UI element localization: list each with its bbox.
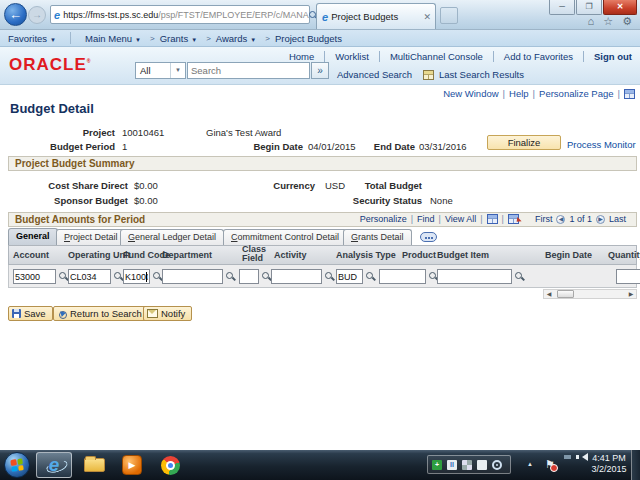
header-link-home[interactable]: Home — [279, 51, 325, 62]
browser-forward-button[interactable]: → — [28, 6, 46, 24]
tray-square-icon[interactable] — [477, 460, 487, 470]
scrollbar-thumb[interactable] — [557, 290, 574, 298]
process-monitor-link[interactable]: Process Monitor — [567, 139, 636, 150]
tab-project-detail[interactable]: Project Detail — [56, 229, 126, 245]
header-link-add-to-favorites[interactable]: Add to Favorites — [494, 51, 584, 62]
operating-unit-lookup-icon[interactable] — [114, 272, 121, 279]
fund-code-lookup-icon[interactable] — [153, 272, 160, 279]
grid-next-icon[interactable]: ▶ — [596, 215, 605, 224]
copy-url-icon[interactable] — [624, 89, 635, 99]
tray-pause-icon[interactable]: II — [447, 460, 457, 470]
help-link[interactable]: Help — [509, 88, 529, 99]
window-close-button[interactable]: ✕ — [603, 0, 637, 15]
tab-grants-detail[interactable]: Grants Detail — [343, 229, 412, 245]
grid-personalize-link[interactable]: Personalize — [360, 214, 407, 224]
grid-download-icon[interactable] — [508, 214, 519, 224]
search-scope-select[interactable]: All ▼ — [135, 62, 186, 79]
grid-find-link[interactable]: Find — [417, 214, 435, 224]
url-host[interactable]: https://fms-tst.ps.sc.edu — [63, 10, 158, 20]
main-menu[interactable]: Main Menu▼ — [85, 33, 141, 44]
new-window-link[interactable]: New Window — [443, 88, 498, 99]
personalize-page-link[interactable]: Personalize Page — [539, 88, 613, 99]
grid-prev-icon[interactable]: ◀ — [556, 215, 565, 224]
department-lookup-icon[interactable] — [226, 272, 233, 279]
tray-checker-icon[interactable] — [462, 460, 472, 470]
address-search-icon[interactable] — [309, 11, 316, 18]
header-link-worklist[interactable]: Worklist — [325, 51, 380, 62]
activity-lookup-icon[interactable] — [325, 272, 332, 279]
account-input[interactable] — [13, 269, 56, 284]
breadcrumb-grants[interactable]: Grants▼ — [160, 33, 197, 44]
cost-share-value: $0.00 — [134, 180, 158, 191]
analysis-type-lookup-icon[interactable] — [366, 272, 373, 279]
activity-input[interactable] — [271, 269, 322, 284]
show-desktop-button[interactable] — [631, 450, 640, 480]
save-button[interactable]: Save — [8, 306, 53, 321]
browser-favorites-star-icon[interactable]: ☆ — [603, 15, 613, 28]
finalize-button[interactable]: Finalize — [487, 135, 561, 150]
operating-unit-input[interactable] — [68, 269, 111, 284]
col-operating-unit: Operating Unit — [68, 250, 131, 260]
tab-close-icon[interactable]: ✕ — [423, 12, 431, 22]
product-lookup-icon[interactable] — [429, 272, 436, 279]
budget-item-lookup-icon[interactable] — [515, 272, 522, 279]
taskbar-explorer-button[interactable] — [76, 452, 112, 478]
taskbar-chrome-button[interactable] — [152, 452, 188, 478]
search-go-button[interactable]: » — [311, 62, 329, 79]
class-field-input[interactable] — [239, 269, 259, 284]
department-input[interactable] — [162, 269, 223, 284]
show-hidden-icons-chevron[interactable]: ▲ — [527, 461, 533, 467]
tray-disc-icon[interactable] — [492, 460, 502, 470]
taskbar-ie-button[interactable]: e — [36, 452, 72, 478]
browser-back-button[interactable]: ← — [4, 3, 27, 26]
header-link-multichannel[interactable]: MultiChannel Console — [380, 51, 494, 62]
taskbar-clock[interactable]: 4:41 PM 3/2/2015 — [588, 453, 630, 475]
advanced-search-link[interactable]: Advanced Search — [337, 69, 412, 80]
window-minimize-button[interactable]: ─ — [549, 0, 575, 15]
return-to-search-icon — [57, 309, 67, 319]
breadcrumb-current[interactable]: Project Budgets — [275, 33, 342, 44]
search-input[interactable] — [187, 62, 310, 79]
action-center-flag-icon[interactable]: ⚑ — [545, 458, 555, 471]
product-input[interactable] — [379, 269, 426, 284]
browser-tools-gear-icon[interactable]: ⚙ — [622, 15, 632, 28]
sponsor-budget-value: $0.00 — [134, 195, 158, 206]
budget-item-input[interactable] — [437, 269, 512, 284]
last-search-results-link[interactable]: Last Search Results — [439, 69, 524, 80]
tray-add-icon[interactable]: + — [432, 460, 442, 470]
tab-commitment-control-detail[interactable]: Commitment Control Detail — [223, 229, 347, 245]
scroll-left-icon[interactable]: ◀ — [544, 290, 554, 298]
notify-button[interactable]: Notify — [143, 306, 192, 321]
browser-tab[interactable]: e Project Budgets ✕ — [316, 3, 436, 29]
address-bar[interactable]: e https://fms-tst.ps.sc.edu/psp/FTST/EMP… — [50, 5, 310, 24]
grid-view-all-link[interactable]: View All — [445, 214, 476, 224]
browser-chrome: ← → e https://fms-tst.ps.sc.edu/psp/FTST… — [0, 0, 640, 30]
analysis-type-input[interactable] — [336, 269, 363, 284]
quantity-input[interactable] — [616, 269, 640, 284]
favorites-menu[interactable]: Favorites▼ — [8, 33, 56, 44]
col-budget-item: Budget Item — [437, 250, 489, 260]
scroll-right-icon[interactable]: ▶ — [626, 290, 636, 298]
grid-zoom-icon[interactable] — [487, 214, 498, 224]
notify-icon — [147, 309, 158, 318]
start-button[interactable] — [4, 452, 30, 478]
url-path[interactable]: /psp/FTST/EMPLOYEE/ERP/c/MANA — [158, 10, 309, 20]
account-lookup-icon[interactable] — [59, 272, 66, 279]
tab-general-ledger-detail[interactable]: General Ledger Detail — [120, 229, 224, 245]
return-to-search-button[interactable]: Return to Search — [53, 306, 149, 321]
media-player-icon: ▶ — [122, 455, 142, 475]
last-search-results-icon[interactable] — [423, 70, 434, 80]
grid-horizontal-scrollbar[interactable]: ◀ ▶ — [543, 289, 637, 299]
breadcrumb-separator: > — [150, 34, 155, 43]
taskbar-media-player-button[interactable]: ▶ — [114, 452, 150, 478]
browser-home-icon[interactable]: ⌂ — [588, 15, 595, 28]
window-maximize-button[interactable]: ❐ — [576, 0, 602, 15]
header-link-sign-out[interactable]: Sign out — [584, 51, 632, 62]
tab-general[interactable]: General — [8, 228, 58, 245]
new-tab-button[interactable] — [440, 7, 458, 24]
breadcrumb-awards[interactable]: Awards▼ — [216, 33, 256, 44]
class-field-lookup-icon[interactable] — [262, 272, 269, 279]
show-all-tabs-icon[interactable] — [420, 232, 437, 242]
col-class-field: Class Field — [242, 245, 274, 262]
peoplesoft-header: Home Worklist MultiChannel Console Add t… — [0, 47, 640, 85]
